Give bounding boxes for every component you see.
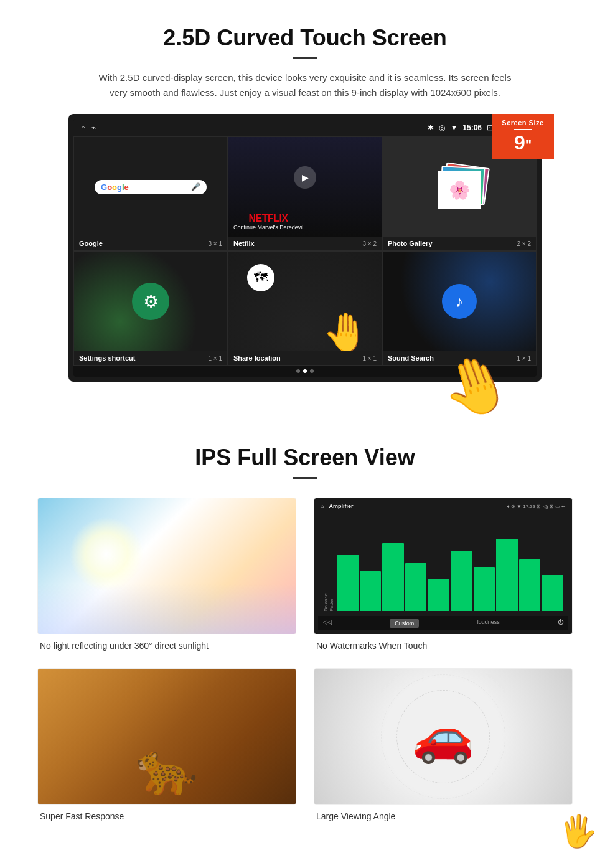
- app-grid-row1: Google 🎤 Google 3 × 1: [73, 136, 537, 251]
- tablet-screen: ⌂ ⌁ ✱ ◎ ▼ 15:06 ⊡ ◁) ⊠ ▭: [73, 119, 537, 377]
- app-cell-settings[interactable]: ⚙ Settings shortcut 1 × 1: [73, 251, 228, 366]
- settings-bg: ⚙: [74, 252, 227, 351]
- amp-home-icon: ⌂: [321, 503, 324, 509]
- maps-icon: 🗺: [247, 264, 274, 291]
- section-divider: [0, 413, 610, 413]
- wifi-icon: ▼: [450, 123, 458, 132]
- eq-bar-9: [519, 559, 541, 612]
- sound-search-label-row: Sound Search 1 × 1: [383, 351, 536, 365]
- settings-app-size: 1 × 1: [208, 355, 222, 362]
- sound-bg: ♪: [383, 252, 536, 351]
- device-wrapper: Screen Size 9" ⌂ ⌁ ✱ ◎ ▼: [62, 114, 548, 382]
- netflix-bg: ▶ NETFLIX Continue Marvel's Daredevil: [228, 137, 382, 237]
- settings-app-name: Settings shortcut: [79, 354, 135, 362]
- google-label-row: Google 3 × 1: [74, 237, 227, 250]
- screen-size-badge: Screen Size 9": [492, 114, 554, 159]
- eq-bar-10: [542, 575, 563, 612]
- eq-bar-4: [405, 563, 427, 611]
- netflix-subtitle: Continue Marvel's Daredevil: [233, 224, 303, 230]
- photo-gallery-app-size: 2 × 2: [517, 240, 531, 247]
- feature-cheetah: 🐆 Super Fast Response: [37, 668, 296, 821]
- dot-3[interactable]: [310, 369, 314, 373]
- app-cell-sound-search[interactable]: ♪ Sound Search 1 × 1: [382, 251, 537, 366]
- home-icon[interactable]: ⌂: [81, 123, 85, 132]
- curved-touch-section: 2.5D Curved Touch Screen With 2.5D curve…: [0, 0, 610, 394]
- mic-icon[interactable]: 🎤: [191, 182, 200, 191]
- badge-size: 9": [495, 133, 550, 153]
- status-left: ⌂ ⌁: [81, 123, 96, 132]
- google-app-name: Google: [79, 240, 103, 247]
- amp-prev-btn[interactable]: ◁◁: [323, 619, 332, 628]
- amp-loudness-label: loudness: [477, 619, 500, 628]
- amp-title: Amplifier: [329, 503, 353, 509]
- title-divider: [293, 57, 317, 59]
- app-cell-netflix[interactable]: ▶ NETFLIX Continue Marvel's Daredevil Ne…: [228, 136, 382, 251]
- app-grid-row2: ⚙ Settings shortcut 1 × 1: [73, 251, 537, 366]
- status-time: 15:06: [462, 123, 482, 132]
- netflix-label-row: Netflix 3 × 2: [228, 237, 382, 250]
- sound-search-app-name: Sound Search: [388, 354, 434, 362]
- eq-bar-5: [428, 579, 449, 611]
- netflix-overlay: NETFLIX Continue Marvel's Daredevil: [233, 213, 303, 230]
- hand-pointer-icon: 🤚: [322, 310, 369, 351]
- share-bg: 🗺 🤚: [228, 252, 382, 351]
- eq-bar-6: [451, 551, 472, 612]
- feature-sunlight: No light reflecting under 360° direct su…: [37, 498, 296, 651]
- eq-bar-2: [360, 571, 382, 611]
- photo-card-3: 🌸: [438, 171, 481, 209]
- ips-section: IPS Full Screen View No light reflecting…: [0, 432, 610, 846]
- car-caption: Large Viewing Angle: [314, 811, 573, 821]
- photo-stack: 🌸: [434, 162, 484, 212]
- sun-flare: [69, 517, 144, 592]
- dot-2-active[interactable]: [303, 369, 307, 373]
- netflix-play-btn[interactable]: ▶: [294, 166, 316, 189]
- amp-toggle[interactable]: ⏻: [558, 619, 563, 628]
- eq-labels: BalanceFader: [323, 593, 334, 611]
- photo-gallery-app-name: Photo Gallery: [388, 240, 433, 247]
- share-location-label-row: Share location 1 × 1: [228, 351, 382, 365]
- google-logo: Google: [101, 182, 129, 192]
- feature-grid: No light reflecting under 360° direct su…: [37, 498, 573, 821]
- sound-search-app-size: 1 × 1: [517, 355, 531, 362]
- dot-1[interactable]: [296, 369, 300, 373]
- badge-divider: [514, 129, 532, 130]
- google-search-bar[interactable]: Google 🎤: [95, 180, 207, 194]
- eq-bars-container: BalanceFader 🖐: [318, 513, 568, 614]
- photo-gallery-label-row: Photo Gallery 2 × 2: [383, 237, 536, 250]
- app-cell-google[interactable]: Google 🎤 Google 3 × 1: [73, 136, 228, 251]
- settings-icon-circle: ⚙: [132, 283, 169, 320]
- feature-amplifier: ⌂ Amplifier ♦ ⊙ ▼ 17:33 ⊡ ◁) ⊠ ▭ ↩ Balan…: [314, 498, 573, 651]
- usb-icon: ⌁: [92, 123, 96, 132]
- eq-bar-8: [496, 539, 518, 611]
- netflix-app-name: Netflix: [233, 240, 255, 247]
- car-image: 🚗: [314, 668, 573, 805]
- share-location-app-size: 1 × 1: [362, 355, 377, 362]
- netflix-logo: NETFLIX: [233, 213, 303, 224]
- sound-search-content: ♪: [383, 252, 536, 351]
- amplifier-caption: No Watermarks When Touch: [314, 641, 573, 651]
- bluetooth-icon: ✱: [428, 123, 434, 132]
- cheetah-image: 🐆: [37, 668, 296, 805]
- gear-icon: ⚙: [143, 291, 159, 312]
- netflix-content: ▶ NETFLIX Continue Marvel's Daredevil: [228, 137, 382, 237]
- eq-bar-3: [382, 543, 404, 612]
- sunlight-caption: No light reflecting under 360° direct su…: [37, 641, 296, 651]
- badge-label: Screen Size: [495, 119, 550, 126]
- netflix-app-size: 3 × 2: [362, 240, 377, 247]
- share-location-app-name: Share location: [233, 354, 281, 362]
- section2-title: IPS Full Screen View: [37, 445, 573, 471]
- amp-custom-btn[interactable]: Custom: [390, 619, 419, 628]
- amp-icons: ♦ ⊙ ▼ 17:33 ⊡ ◁) ⊠ ▭ ↩: [507, 504, 566, 509]
- section2-divider: [293, 477, 317, 479]
- settings-label-row: Settings shortcut 1 × 1: [74, 351, 227, 365]
- eq-bar-1: [337, 555, 359, 611]
- eq-bars: [337, 531, 563, 611]
- status-bar: ⌂ ⌁ ✱ ◎ ▼ 15:06 ⊡ ◁) ⊠ ▭: [73, 119, 537, 136]
- eq-bar-7: [474, 567, 495, 612]
- amp-top-bar: ⌂ Amplifier ♦ ⊙ ▼ 17:33 ⊡ ◁) ⊠ ▭ ↩: [318, 502, 568, 511]
- share-location-content: 🗺 🤚: [228, 252, 382, 351]
- app-cell-share-location[interactable]: 🗺 🤚 Share location 1 × 1: [228, 251, 382, 366]
- amp-bottom-bar: ◁◁ Custom loudness ⏻: [318, 616, 568, 630]
- tablet-frame: ⌂ ⌁ ✱ ◎ ▼ 15:06 ⊡ ◁) ⊠ ▭: [68, 114, 542, 382]
- section1-title: 2.5D Curved Touch Screen: [37, 25, 573, 51]
